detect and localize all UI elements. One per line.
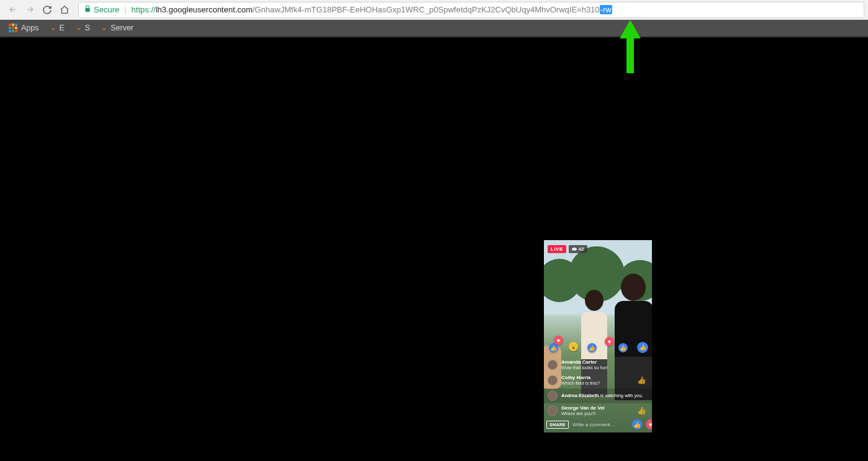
- share-button[interactable]: SHARE: [546, 421, 569, 429]
- like-reaction-icon: 👍: [637, 342, 648, 353]
- url-path: /GnhawJMfk4-mTG18PBF-EeHOHasGxp1WRC_p0Sp…: [253, 5, 600, 14]
- avatar: [548, 360, 558, 370]
- back-button[interactable]: [5, 2, 20, 17]
- url-scheme: https://: [132, 5, 156, 14]
- comment-input[interactable]: Write a comment…: [572, 422, 628, 427]
- viewer-count: 42: [579, 246, 584, 252]
- secure-label: Secure: [94, 5, 119, 14]
- heart-reaction-icon: ♥: [554, 336, 563, 345]
- like-reaction-icon: 👍: [618, 343, 628, 352]
- heart-reaction-icon: ♥: [605, 337, 614, 346]
- comments-list: Amanda Carter Wow that looks so fun! Col…: [544, 357, 652, 419]
- forward-button[interactable]: [22, 2, 37, 17]
- comment-row[interactable]: George Van de Vel Where are you?! 👍: [544, 403, 652, 419]
- browser-toolbar: Secure | https://lh3.googleusercontent.c…: [0, 0, 868, 20]
- chevron-down-icon: ⌄: [50, 25, 56, 31]
- eye-icon: [572, 248, 577, 251]
- heart-button[interactable]: ♥: [646, 419, 652, 429]
- comment-row[interactable]: Colby Harris Which field is this? 👍: [544, 373, 652, 388]
- lock-icon: [84, 4, 91, 15]
- url-selected-fragment: -rw: [600, 5, 612, 14]
- bookmark-e[interactable]: ⌄ E: [45, 21, 70, 35]
- reload-button[interactable]: [40, 2, 55, 17]
- url-host: lh3.googleusercontent.com: [156, 5, 253, 14]
- comment-row[interactable]: Amanda Carter Wow that looks so fun!: [544, 357, 652, 373]
- compose-bar: SHARE Write a comment… 👍 ♥: [544, 419, 652, 430]
- bookmark-label: S: [85, 24, 90, 32]
- like-button[interactable]: 👍: [632, 419, 642, 429]
- bookmark-label: Server: [111, 24, 133, 32]
- apps-icon: [9, 24, 17, 32]
- bookmark-server[interactable]: ⌄ Server: [96, 21, 138, 35]
- live-badges: LIVE 42: [548, 245, 587, 253]
- separator: |: [124, 5, 126, 14]
- like-button[interactable]: 👍: [637, 406, 648, 415]
- like-reaction-icon: 👍: [587, 343, 597, 352]
- system-row: Andrea Elizabeth is watching with you.: [544, 388, 652, 403]
- avatar: [548, 375, 558, 385]
- live-badge: LIVE: [548, 245, 566, 253]
- address-bar[interactable]: Secure | https://lh3.googleusercontent.c…: [78, 2, 864, 18]
- avatar: [548, 391, 558, 401]
- bookmark-label: E: [60, 24, 65, 32]
- home-button[interactable]: [57, 2, 72, 17]
- avatar: [548, 406, 558, 416]
- like-button[interactable]: 👍: [637, 376, 648, 385]
- comment-text: Wow that looks so fun!: [561, 365, 648, 370]
- chevron-down-icon: ⌄: [101, 25, 107, 31]
- bookmarks-bar: Apps ⌄ E ⌄ S ⌄ Server: [0, 20, 868, 37]
- page-viewport: 👍 ♥ 😮 👍 ♥ 👍 👍 LIVE 42 Amanda Carter Wow …: [0, 37, 868, 461]
- chevron-down-icon: ⌄: [76, 25, 81, 31]
- comment-text: Which field is this?: [561, 381, 633, 386]
- viewer-count-badge: 42: [569, 245, 587, 253]
- live-video-card: 👍 ♥ 😮 👍 ♥ 👍 👍 LIVE 42 Amanda Carter Wow …: [544, 240, 652, 432]
- comment-text: Where are you?!: [561, 411, 633, 416]
- apps-label: Apps: [21, 24, 39, 32]
- bookmark-s[interactable]: ⌄ S: [71, 21, 95, 35]
- wow-reaction-icon: 😮: [569, 342, 578, 351]
- apps-bookmark[interactable]: Apps: [4, 21, 44, 35]
- system-message: Andrea Elizabeth is watching with you.: [561, 393, 648, 398]
